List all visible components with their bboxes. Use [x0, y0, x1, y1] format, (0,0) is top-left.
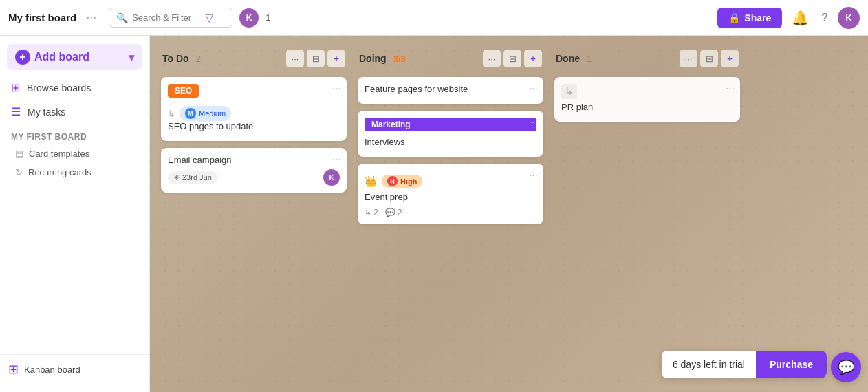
topbar-menu-icon[interactable]: ··· — [86, 10, 96, 25]
chat-button[interactable]: 💬 — [831, 352, 861, 382]
col-count-done: 1 — [587, 54, 592, 64]
redirect-icon-pr: ↳ — [561, 84, 577, 99]
sidebar-item-browse-boards[interactable]: ⊞ Browse boards — [0, 76, 149, 100]
card-badges-email: ✳ 23rd Jun K — [168, 169, 340, 186]
user-avatar: K — [239, 8, 259, 28]
sidebar-item-my-tasks[interactable]: ☰ My tasks — [0, 100, 149, 124]
topbar-right: 🔒 Share 🔔 ? K — [717, 7, 860, 29]
browse-boards-icon: ⊞ — [11, 81, 20, 94]
search-input[interactable] — [132, 12, 201, 23]
redirect-icon-seo: ↳ — [168, 109, 175, 119]
lock-icon: 🔒 — [728, 12, 740, 23]
card-menu-marketing[interactable]: ··· — [529, 116, 538, 129]
share-button[interactable]: 🔒 Share — [717, 8, 782, 28]
card-email: ··· Email campaign ✳ 23rd Jun K — [161, 148, 347, 193]
col-view-todo[interactable]: ⊟ — [307, 50, 325, 67]
my-tasks-label: My tasks — [28, 107, 65, 118]
card-menu-pr[interactable]: ··· — [726, 83, 735, 95]
card-tag-seo: SEO — [168, 84, 199, 98]
card-menu-feature[interactable]: ··· — [529, 83, 538, 95]
card-menu-event[interactable]: ··· — [529, 169, 538, 182]
main-layout: + Add board ▾ ⊞ Browse boards ☰ My tasks… — [0, 36, 868, 392]
date-badge-email: ✳ 23rd Jun — [168, 171, 217, 184]
card-title-event: Event prep — [365, 192, 536, 202]
col-count-doing: 3/3 — [393, 54, 406, 64]
recurring-cards-icon: ↻ — [15, 167, 23, 177]
notifications-button[interactable]: 🔔 — [789, 7, 812, 29]
trial-text: 6 days left in trial — [662, 351, 756, 378]
card-pr: ··· ↳ PR plan — [554, 77, 740, 122]
col-header-icons-done: ··· ⊟ + — [680, 50, 739, 67]
sidebar-item-card-templates[interactable]: ▤ Card templates — [0, 144, 149, 163]
board-columns: To Do 2 ··· ⊟ + ··· SEO ↳ M — [150, 36, 868, 392]
card-title-feature: Feature pages for website — [365, 84, 536, 94]
card-menu-email[interactable]: ··· — [332, 153, 341, 166]
filter-icon[interactable]: ▽ — [205, 11, 213, 24]
card-templates-icon: ▤ — [15, 149, 23, 159]
card-title-pr: PR plan — [561, 102, 733, 112]
card-tag-marketing: Marketing — [365, 118, 536, 131]
search-icon: 🔍 — [116, 12, 128, 23]
card-menu-seo[interactable]: ··· — [332, 83, 341, 95]
column-header-doing: Doing 3/3 ··· ⊟ + — [358, 47, 543, 70]
card-title-marketing: Interviews — [365, 137, 536, 147]
chat-icon: 💬 — [838, 359, 855, 375]
tasks-icon: ☰ — [11, 105, 21, 118]
chevron-down-icon: ▾ — [129, 51, 134, 64]
comment-icon: 💬 — [385, 208, 395, 217]
crown-icon: 👑 — [365, 175, 378, 188]
col-menu-doing[interactable]: ··· — [483, 50, 501, 67]
sidebar: + Add board ▾ ⊞ Browse boards ☰ My tasks… — [0, 36, 150, 392]
col-menu-done[interactable]: ··· — [680, 50, 697, 67]
col-add-done[interactable]: + — [721, 50, 739, 67]
sidebar-section-title: My first board — [0, 124, 149, 144]
card-badges-seo: ↳ M Medium — [168, 106, 340, 121]
card-stats-event: ↳ 2 💬 2 — [365, 208, 536, 217]
column-doing: Doing 3/3 ··· ⊟ + ··· Feature pages for … — [358, 47, 543, 381]
column-header-todo: To Do 2 ··· ⊟ + — [161, 47, 347, 70]
col-menu-todo[interactable]: ··· — [286, 50, 304, 67]
column-header-done: Done 1 ··· ⊟ + — [554, 47, 740, 70]
kanban-icon: ⊞ — [8, 362, 19, 377]
card-templates-label: Card templates — [29, 149, 89, 159]
col-header-icons-todo: ··· ⊟ + — [286, 50, 345, 67]
add-board-button[interactable]: + Add board ▾ — [7, 44, 142, 70]
purchase-button[interactable]: Purchase — [756, 351, 827, 378]
card-badges-event: 👑 H High — [365, 175, 536, 188]
priority-badge-event: H High — [382, 175, 422, 188]
col-title-done: Done — [556, 53, 580, 64]
browse-boards-label: Browse boards — [27, 83, 91, 94]
help-button[interactable]: ? — [818, 9, 831, 27]
comment-stat: 💬 2 — [385, 208, 402, 217]
col-add-doing[interactable]: + — [524, 50, 542, 67]
subtask-count: 2 — [373, 208, 378, 217]
sidebar-item-recurring-cards[interactable]: ↻ Recurring cards — [0, 163, 149, 182]
card-feature: ··· Feature pages for website — [358, 77, 543, 104]
col-header-icons-doing: ··· ⊟ + — [483, 50, 542, 67]
col-add-todo[interactable]: + — [327, 50, 345, 67]
kanban-label: Kanban board — [24, 364, 80, 375]
card-marketing: ··· Marketing Interviews — [358, 111, 543, 157]
recurring-cards-label: Recurring cards — [28, 167, 91, 177]
col-count-todo: 2 — [196, 54, 201, 64]
plus-circle-icon: + — [15, 50, 30, 65]
user-count: 1 — [265, 12, 270, 23]
user-avatar-large[interactable]: K — [838, 7, 860, 29]
comment-count: 2 — [398, 208, 402, 217]
subtask-icon: ↳ — [365, 208, 371, 217]
board-area: To Do 2 ··· ⊟ + ··· SEO ↳ M — [150, 36, 868, 392]
card-seo: ··· SEO ↳ M Medium SEO pages to update — [161, 77, 347, 141]
column-done: Done 1 ··· ⊟ + ··· ↳ PR plan — [554, 47, 740, 381]
card-user-avatar-email: K — [323, 169, 340, 186]
col-view-done[interactable]: ⊟ — [700, 50, 718, 67]
column-todo: To Do 2 ··· ⊟ + ··· SEO ↳ M — [161, 47, 347, 381]
search-bar: 🔍 ▽ — [109, 8, 232, 28]
trial-bar: 6 days left in trial Purchase — [662, 351, 827, 378]
sun-icon: ✳ — [173, 173, 180, 182]
col-view-doing[interactable]: ⊟ — [503, 50, 521, 67]
card-title-seo: SEO pages to update — [168, 121, 340, 131]
col-title-todo: To Do — [162, 53, 189, 64]
topbar: My first board ··· 🔍 ▽ K 1 🔒 Share 🔔 ? K — [0, 0, 868, 36]
col-title-doing: Doing — [359, 53, 387, 64]
add-board-label: Add board — [34, 51, 89, 63]
